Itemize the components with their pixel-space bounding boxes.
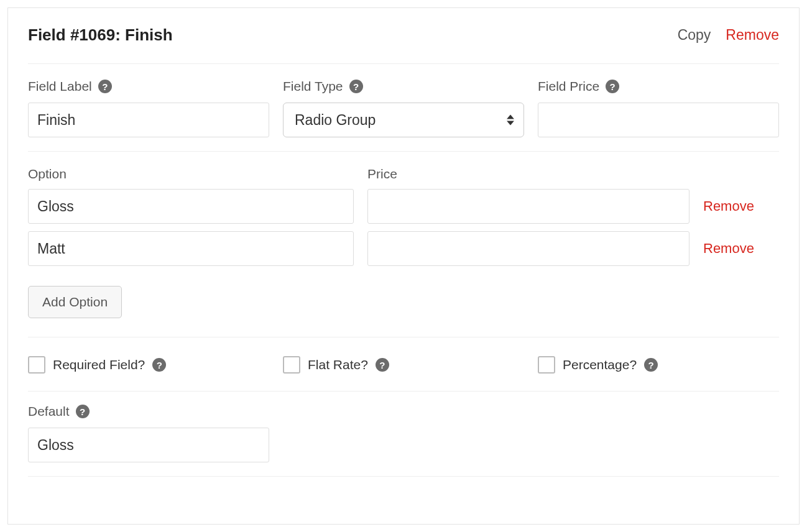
- field-label-text: Field Label: [28, 79, 92, 94]
- option-column-label: Option: [28, 167, 354, 181]
- divider: [28, 337, 779, 337]
- panel-header: Field #1069: Finish Copy Remove: [28, 25, 779, 45]
- options-header: Option Price: [28, 167, 779, 189]
- field-type-caption: Field Type ?: [283, 79, 524, 94]
- field-label-group: Field Label ?: [28, 79, 269, 137]
- help-icon[interactable]: ?: [644, 358, 658, 372]
- divider: [28, 391, 779, 392]
- option-price-input[interactable]: [367, 189, 689, 224]
- field-label-input[interactable]: [28, 103, 269, 137]
- field-config-panel: Field #1069: Finish Copy Remove Field La…: [7, 7, 800, 525]
- required-checkbox[interactable]: [28, 356, 45, 374]
- default-input[interactable]: [28, 428, 269, 462]
- divider: [28, 476, 779, 477]
- field-price-input[interactable]: [538, 103, 779, 137]
- field-main-row: Field Label ? Field Type ? Radio Group F: [28, 79, 779, 137]
- checkbox-row: Required Field? ? Flat Rate? ? Percentag…: [28, 352, 779, 377]
- field-price-group: Field Price ?: [538, 79, 779, 137]
- default-caption: Default ?: [28, 404, 779, 419]
- help-icon[interactable]: ?: [606, 80, 619, 93]
- remove-field-button[interactable]: Remove: [726, 27, 779, 44]
- option-name-input[interactable]: [28, 231, 354, 266]
- option-row: Remove: [28, 189, 779, 224]
- help-icon[interactable]: ?: [376, 358, 389, 372]
- option-price-input[interactable]: [367, 231, 689, 266]
- flat-rate-checkbox-item: Flat Rate? ?: [283, 356, 524, 374]
- add-option-button[interactable]: Add Option: [28, 286, 122, 318]
- field-type-group: Field Type ? Radio Group: [283, 79, 524, 137]
- percentage-checkbox[interactable]: [538, 356, 555, 374]
- field-price-caption: Field Price ?: [538, 79, 779, 94]
- flat-rate-checkbox[interactable]: [283, 356, 300, 374]
- copy-button[interactable]: Copy: [678, 27, 711, 44]
- remove-option-button[interactable]: Remove: [703, 241, 779, 257]
- option-row: Remove: [28, 231, 779, 266]
- required-label: Required Field?: [53, 357, 145, 372]
- flat-rate-label: Flat Rate?: [308, 357, 368, 372]
- field-type-select[interactable]: Radio Group: [283, 103, 524, 137]
- divider: [28, 63, 779, 64]
- option-name-input[interactable]: [28, 189, 354, 224]
- panel-title: Field #1069: Finish: [28, 25, 173, 45]
- field-label-caption: Field Label ?: [28, 79, 269, 94]
- options-block: Option Price Remove Remove Add Option: [28, 167, 779, 318]
- default-block: Default ?: [28, 404, 779, 462]
- percentage-label: Percentage?: [563, 357, 637, 372]
- panel-actions: Copy Remove: [678, 27, 779, 44]
- percentage-checkbox-item: Percentage? ?: [538, 356, 779, 374]
- field-type-text: Field Type: [283, 79, 343, 94]
- divider: [28, 151, 779, 152]
- required-checkbox-item: Required Field? ?: [28, 356, 269, 374]
- field-type-select-wrap: Radio Group: [283, 103, 524, 137]
- price-column-label: Price: [367, 167, 689, 181]
- default-label: Default: [28, 404, 70, 419]
- help-icon[interactable]: ?: [152, 358, 166, 372]
- help-icon[interactable]: ?: [98, 80, 112, 93]
- help-icon[interactable]: ?: [349, 80, 363, 93]
- help-icon[interactable]: ?: [76, 405, 90, 418]
- remove-option-button[interactable]: Remove: [703, 198, 779, 214]
- field-price-text: Field Price: [538, 79, 599, 94]
